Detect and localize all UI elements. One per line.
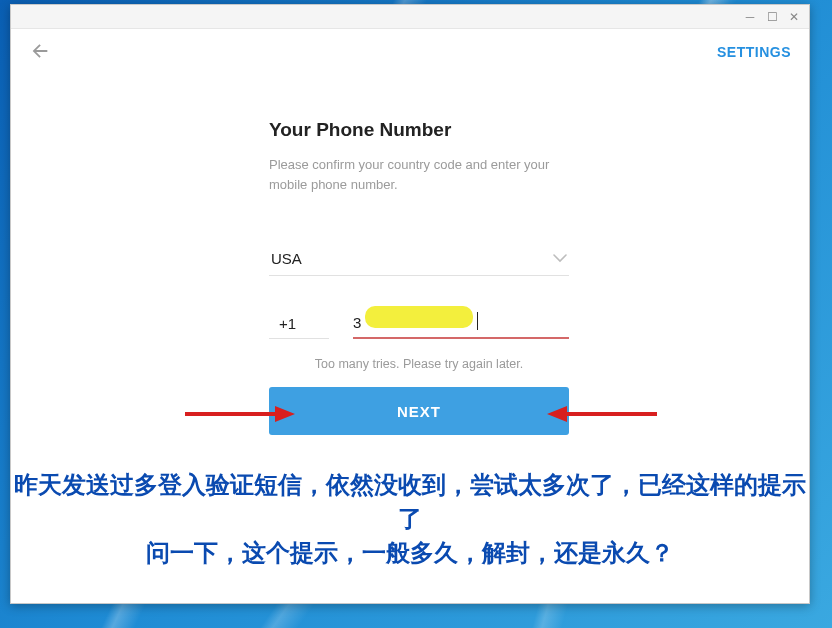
country-label: USA bbox=[271, 250, 302, 267]
back-button[interactable] bbox=[29, 40, 53, 64]
content-area: Your Phone Number Please confirm your co… bbox=[11, 69, 809, 603]
titlebar: ─ ☐ ✕ bbox=[11, 5, 809, 29]
minimize-button[interactable]: ─ bbox=[739, 8, 761, 26]
redaction-overlay bbox=[365, 306, 473, 328]
maximize-button[interactable]: ☐ bbox=[761, 8, 783, 26]
header-bar: SETTINGS bbox=[11, 29, 809, 69]
page-subtitle: Please confirm your country code and ent… bbox=[269, 155, 569, 194]
country-select[interactable]: USA bbox=[269, 244, 569, 276]
phone-row: +1 3 bbox=[269, 310, 569, 339]
phone-number-input[interactable]: 3 bbox=[353, 310, 569, 339]
arrow-left-icon bbox=[29, 40, 51, 62]
chevron-down-icon bbox=[553, 252, 567, 266]
page-title: Your Phone Number bbox=[269, 119, 569, 141]
settings-link[interactable]: SETTINGS bbox=[717, 44, 791, 60]
text-caret bbox=[477, 312, 478, 330]
close-button[interactable]: ✕ bbox=[783, 8, 805, 26]
login-form: Your Phone Number Please confirm your co… bbox=[269, 119, 569, 435]
app-window: ─ ☐ ✕ SETTINGS Your Phone Number Please … bbox=[10, 4, 810, 604]
error-message: Too many tries. Please try again later. bbox=[269, 357, 569, 371]
country-code-input[interactable]: +1 bbox=[269, 311, 329, 339]
next-button[interactable]: NEXT bbox=[269, 387, 569, 435]
phone-number-value: 3 bbox=[353, 314, 361, 331]
